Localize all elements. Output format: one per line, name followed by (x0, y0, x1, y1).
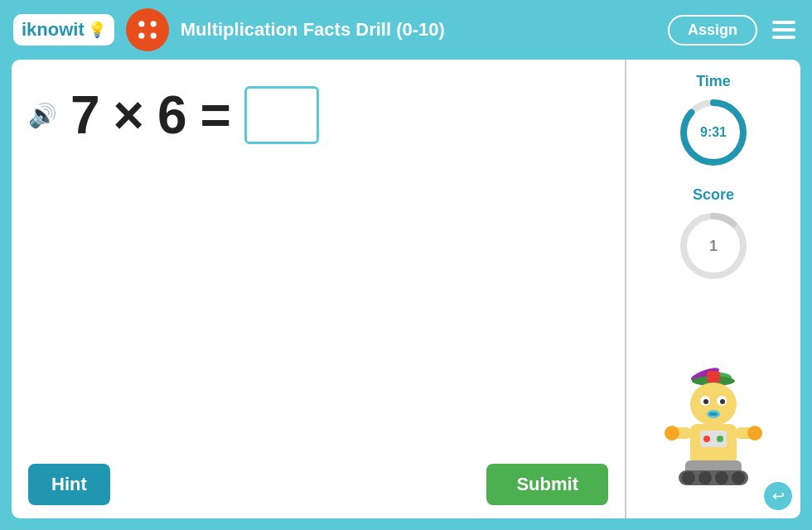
submit-button[interactable]: Submit (486, 464, 608, 505)
activity-icon (126, 8, 169, 51)
svg-rect-18 (709, 412, 718, 416)
svg-point-22 (665, 426, 679, 441)
svg-point-26 (682, 471, 695, 484)
bulb-icon: 💡 (88, 21, 106, 39)
svg-point-2 (138, 33, 144, 39)
timer-value: 9:31 (700, 125, 727, 140)
back-button[interactable]: ↩ (764, 482, 792, 510)
score-value: 1 (709, 238, 718, 255)
svg-point-23 (747, 426, 762, 441)
robot-svg (655, 363, 771, 504)
answer-input[interactable] (253, 98, 311, 132)
action-buttons: Hint Submit (28, 464, 608, 505)
svg-point-28 (715, 471, 728, 484)
time-label: Time (696, 73, 731, 90)
equation-equals: = (201, 84, 231, 146)
sound-button[interactable]: 🔊 (28, 102, 57, 129)
score-label: Score (693, 186, 734, 204)
hint-button[interactable]: Hint (28, 464, 110, 505)
assign-button[interactable]: Assign (668, 15, 757, 46)
svg-point-32 (717, 436, 723, 442)
stats-panel: Time 9:31 Score 1 (626, 60, 800, 518)
question-panel: 🔊 7 × 6 = Hint Submit (12, 60, 626, 518)
svg-point-16 (720, 399, 725, 404)
equation-operand2: 6 (157, 84, 187, 146)
activity-title: Multiplication Facts Drill (0-10) (181, 19, 656, 41)
svg-rect-11 (707, 371, 720, 383)
back-icon: ↩ (772, 487, 785, 505)
equation-operand1: 7 (70, 84, 100, 146)
logo-text: iknowit (22, 19, 85, 41)
header: iknowit 💡 Multiplication Facts Drill (0-… (0, 0, 812, 60)
svg-point-27 (698, 471, 712, 484)
svg-point-3 (150, 33, 156, 39)
svg-point-12 (690, 383, 737, 426)
main-content: 🔊 7 × 6 = Hint Submit Time 9:31 (12, 60, 800, 518)
menu-button[interactable] (769, 17, 799, 42)
svg-point-15 (703, 399, 708, 404)
question-area: 🔊 7 × 6 = (28, 84, 608, 146)
equation-operator: × (114, 84, 144, 146)
svg-point-0 (138, 21, 144, 26)
svg-point-1 (150, 21, 156, 26)
timer-circle: 9:31 (676, 95, 751, 170)
robot-character (635, 293, 792, 510)
logo: iknowit 💡 (13, 14, 114, 46)
svg-point-29 (732, 471, 745, 484)
svg-point-31 (703, 436, 710, 442)
dice-icon (133, 15, 162, 45)
score-circle: 1 (676, 209, 751, 283)
hamburger-line (772, 28, 795, 31)
hamburger-line (772, 21, 795, 24)
answer-input-box[interactable] (244, 86, 319, 144)
hamburger-line (772, 36, 795, 39)
